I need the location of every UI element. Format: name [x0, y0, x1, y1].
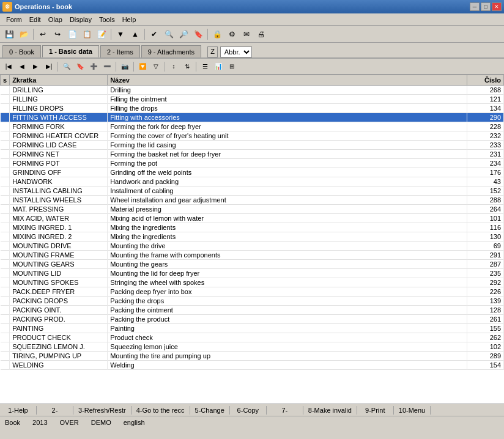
nav-magnify[interactable]: 🔍: [61, 61, 73, 73]
nav-camera[interactable]: 📷: [119, 61, 131, 73]
nav-remove[interactable]: ➖: [101, 61, 113, 73]
table-row[interactable]: FORMING POT Forming the pot 234: [1, 159, 504, 168]
toolbar-arrow-up[interactable]: ▲: [128, 28, 142, 41]
toolbar-search[interactable]: 🔍: [162, 28, 176, 41]
toolbar-arrow-down[interactable]: ▼: [114, 28, 127, 41]
table-row[interactable]: FORMING LID CASE Forming the lid casing …: [1, 141, 504, 150]
nav-next[interactable]: ▶: [29, 61, 42, 73]
table-row[interactable]: TIRING, PUMPING UP Mounting the tire and…: [1, 352, 504, 361]
table-row[interactable]: INSTALLING WHEELS Wheel installation and…: [1, 196, 504, 205]
nav-sort[interactable]: ↕: [168, 61, 180, 73]
table-row[interactable]: PRODUCT CHECK Product check 262: [1, 333, 504, 342]
table-row[interactable]: PACKING PROD. Packing the product 261: [1, 315, 504, 324]
cell-nazev: Product check: [108, 333, 467, 342]
maximize-button[interactable]: □: [481, 2, 491, 11]
tab-book[interactable]: 0 - Book: [2, 45, 41, 57]
toolbar-email[interactable]: ✉: [240, 28, 253, 41]
col-header-nazev[interactable]: Název: [108, 75, 467, 86]
table-row[interactable]: PACKING DROPS Packing the drops 139: [1, 297, 504, 306]
table-row[interactable]: MIXING INGRED. 2 Mixing the ingredients …: [1, 232, 504, 242]
cell-cislo: 139: [467, 297, 504, 306]
table-row[interactable]: WELDING Welding 154: [1, 361, 504, 370]
nav-filter[interactable]: 🔽: [136, 61, 149, 73]
table-row[interactable]: MAT. PRESSING Material pressing 264: [1, 205, 504, 214]
tab-z[interactable]: Z: [207, 46, 218, 57]
nav-prev[interactable]: ◀: [16, 61, 28, 73]
status-key-6[interactable]: 6-Copy: [230, 406, 267, 415]
close-button[interactable]: ✕: [492, 2, 502, 11]
cell-s: [1, 306, 10, 315]
status-key-5[interactable]: 5-Change: [190, 406, 230, 415]
status-key-7[interactable]: 7-: [267, 406, 303, 415]
nav-grid[interactable]: ⊞: [226, 61, 238, 73]
table-row[interactable]: PAINTING Painting 155: [1, 324, 504, 333]
toolbar-lock[interactable]: 🔒: [210, 28, 224, 41]
toolbar-paste[interactable]: 📝: [95, 28, 108, 41]
status-key-4[interactable]: 4-Go to the recc: [132, 406, 190, 415]
toolbar-check[interactable]: ✔: [147, 28, 161, 41]
table-row[interactable]: MOUNTING FRAME Mounting the frame with c…: [1, 251, 504, 260]
table-row[interactable]: FORMING NET Forming the basket net for d…: [1, 150, 504, 159]
menu-display[interactable]: Display: [66, 15, 95, 24]
table-row[interactable]: FORMING HEATER COVER Forming the cover o…: [1, 131, 504, 141]
table-row[interactable]: MIX ACID, WATER Mixing acid of lemon wit…: [1, 214, 504, 223]
tab-abbr[interactable]: Abbr.: [220, 46, 252, 57]
minimize-button[interactable]: ─: [470, 2, 480, 11]
table-row[interactable]: HANDWORK Handwork and packing 43: [1, 177, 504, 186]
toolbar-copy[interactable]: 📋: [80, 28, 94, 41]
nav-first[interactable]: |◀: [2, 61, 15, 73]
table-row[interactable]: MIXING INGRED. 1 Mixing the ingredients …: [1, 223, 504, 232]
table-row[interactable]: MOUNTING LID Mounting the lid for deep f…: [1, 269, 504, 278]
tab-attachments[interactable]: 9 - Attachments: [141, 45, 201, 57]
cell-zkratka: INSTALLING CABLING: [10, 186, 108, 196]
table-row[interactable]: INSTALLING CABLING Installment of cablin…: [1, 186, 504, 196]
toolbar-print[interactable]: 🖨: [254, 28, 268, 41]
table-row[interactable]: FORMING FORK Forming the fork for deep f…: [1, 122, 504, 131]
nav-last[interactable]: ▶|: [43, 61, 55, 73]
menu-help[interactable]: Help: [119, 15, 140, 24]
abbr-select[interactable]: Abbr.: [220, 46, 252, 57]
tab-basic-data[interactable]: 1 - Basic data: [42, 45, 99, 57]
table-row[interactable]: MOUNTING DRIVE Mounting the drive 69: [1, 242, 504, 251]
toolbar-undo[interactable]: ↩: [36, 28, 50, 41]
table-row[interactable]: FILLING DROPS Filling the drops 134: [1, 104, 504, 113]
menu-tools[interactable]: Tools: [95, 15, 119, 24]
toolbar-open[interactable]: 📂: [17, 28, 31, 41]
table-row[interactable]: MOUNTING GEARS Mounting the gears 287: [1, 260, 504, 269]
table-row[interactable]: DRILLING Drilling 268: [1, 86, 504, 95]
menu-form[interactable]: Form: [2, 15, 26, 24]
toolbar-redo[interactable]: ↪: [51, 28, 64, 41]
col-header-cislo[interactable]: Číslo: [467, 75, 504, 86]
table-row[interactable]: GRINDING OFF Grinding off the weld point…: [1, 168, 504, 177]
nav-filter2[interactable]: ▽: [150, 61, 162, 73]
table-row[interactable]: FILLING Filling the ointment 121: [1, 95, 504, 104]
nav-list[interactable]: ☰: [199, 61, 211, 73]
status-key-3[interactable]: 3-Refresh/Restr: [73, 406, 132, 415]
cell-s: [1, 287, 10, 297]
nav-bookmark[interactable]: 🔖: [74, 61, 86, 73]
status-key-8[interactable]: 8-Make invalid: [303, 406, 357, 415]
col-header-zkratka[interactable]: Zkratka: [10, 75, 108, 86]
table-row[interactable]: PACK.DEEP FRYER Packing deep fryer into …: [1, 287, 504, 297]
table-row[interactable]: FITTING WITH ACCESS Fitting with accesso…: [1, 113, 504, 122]
toolbar-find[interactable]: 🔎: [177, 28, 190, 41]
toolbar-save[interactable]: 💾: [2, 28, 16, 41]
status-key-1[interactable]: 1-Help: [0, 406, 37, 415]
table-row[interactable]: PACKING OINT. Packing the ointment 128: [1, 306, 504, 315]
nav-excel[interactable]: 📊: [212, 61, 224, 73]
status-key-10[interactable]: 10-Menu: [394, 406, 431, 415]
col-header-s[interactable]: s: [1, 75, 10, 86]
cell-s: [1, 205, 10, 214]
menu-olap[interactable]: Olap: [45, 15, 66, 24]
table-row[interactable]: MOUNTING SPOKES Stringing the wheel with…: [1, 278, 504, 287]
menu-edit[interactable]: Edit: [26, 15, 45, 24]
toolbar-filter[interactable]: 🔖: [191, 28, 205, 41]
toolbar-settings[interactable]: ⚙: [225, 28, 239, 41]
tab-items[interactable]: 2 - Items: [100, 45, 140, 57]
nav-add[interactable]: ➕: [87, 61, 100, 73]
status-key-9[interactable]: 9-Print: [357, 406, 394, 415]
toolbar-new[interactable]: 📄: [65, 28, 79, 41]
table-row[interactable]: SQUEEZING LEMON J. Squeezing lemon juice…: [1, 342, 504, 352]
status-key-2[interactable]: 2-: [37, 406, 73, 415]
nav-sort2[interactable]: ⇅: [181, 61, 193, 73]
